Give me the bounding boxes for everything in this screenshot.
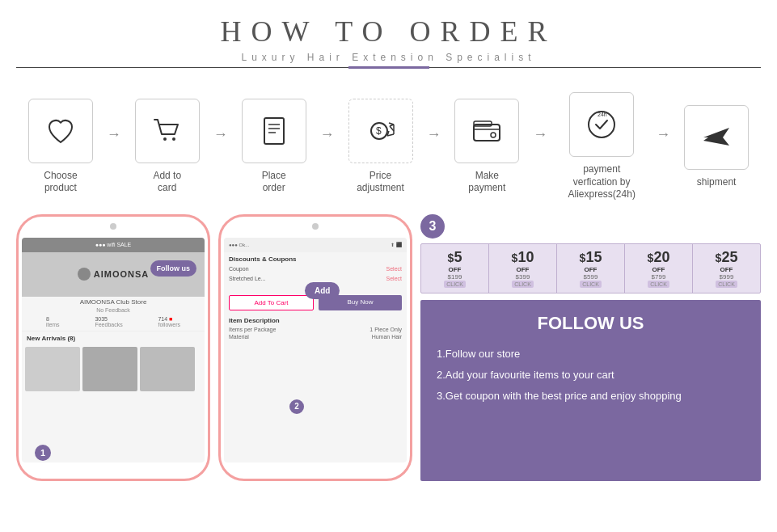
coupon-click-4[interactable]: CLICK <box>648 281 669 288</box>
coupon-click-5[interactable]: CLICK <box>716 281 737 288</box>
shipment-icon-box <box>684 105 749 170</box>
coupon-off-4: OFF <box>652 266 665 273</box>
coupon-price-4: $799 <box>652 273 666 281</box>
phone2-notch <box>312 223 319 230</box>
coupon-amount-3: $15 <box>580 249 602 266</box>
phone1-arrivals: New Arrivals (8) <box>22 331 205 345</box>
phone2-section-title: Discounts & Coupons <box>224 252 407 264</box>
phone1-banner: AIMOONSA Follow us <box>22 252 205 297</box>
page-title: HOW TO ORDER <box>0 15 777 49</box>
svg-point-0 <box>163 137 167 141</box>
payment-verification-icon-box: 24h <box>569 92 634 157</box>
coupon-item-3: $15 OFF $599 CLICK <box>557 244 625 293</box>
arrow-2: → <box>213 126 228 143</box>
svg-rect-14 <box>474 125 500 141</box>
phone1-items: 8items <box>46 316 60 327</box>
price-icon: $ <box>363 113 399 149</box>
phone1-store-name: AIMOONSA Club Store <box>22 297 205 307</box>
coupon-item-4: $20 OFF $799 CLICK <box>625 244 693 293</box>
coupon-click-1[interactable]: CLICK <box>444 281 466 288</box>
coupon-strip: $5 OFF $199 CLICK $10 OFF $399 CLICK $15… <box>420 243 761 293</box>
follow-title: FOLLOW US <box>437 313 745 334</box>
make-payment-icon-box <box>454 99 519 163</box>
phone1-header: ●●● wifi SALE <box>22 238 205 252</box>
phone1-grid <box>22 345 205 393</box>
phone2-desc-val-1: 1 Piece Only <box>369 327 402 332</box>
phone2-add-to-cart-btn[interactable]: Add To Cart <box>229 295 314 310</box>
coupon-item-1: $5 OFF $199 CLICK <box>421 244 489 293</box>
coupon-item-2: $10 OFF $399 CLICK <box>489 244 557 293</box>
phone2-screen: ●●● Ok... ⬆ ⬛ Discounts & Coupons Coupon… <box>224 238 407 462</box>
bottom-section: ●●● wifi SALE AIMOONSA Follow us AIMOONS… <box>0 214 777 481</box>
phone2-select: Select <box>386 266 402 272</box>
coupon-price-3: $599 <box>584 273 598 281</box>
step-shipment-label: shipment <box>697 176 737 189</box>
step-add-to-card-label: Add tocard <box>153 170 181 195</box>
phone2-coupon-label: Coupon <box>229 266 249 272</box>
phone2-desc-key-1: Items per Package <box>229 327 276 332</box>
phone2-coupon-row: Coupon Select <box>224 264 407 273</box>
coupon-price-1: $199 <box>448 273 462 281</box>
phone1-status: ●●● wifi SALE <box>95 242 132 247</box>
step-add-to-card: Add tocard <box>123 99 212 195</box>
svg-text:$: $ <box>376 125 382 137</box>
step-shipment: shipment <box>672 105 761 189</box>
follow-bubble[interactable]: Follow us <box>150 260 197 277</box>
step-place-order-label: Placeorder <box>262 170 286 195</box>
coupon-off-5: OFF <box>720 266 733 273</box>
phone1-stats: 8items 3035Feedbacks 714 ■followers <box>22 313 205 331</box>
step-choose-product-label: Chooseproduct <box>44 170 77 195</box>
wallet-icon <box>469 113 505 149</box>
arrow-3: → <box>320 126 335 143</box>
phone2-header: ●●● Ok... ⬆ ⬛ <box>224 238 407 252</box>
coupon-amount-5: $25 <box>716 249 738 266</box>
heart-icon <box>43 113 78 149</box>
coupon-amount-4: $20 <box>648 249 670 266</box>
phone2-desc-title: Item Description <box>224 315 407 326</box>
price-adjustment-icon-box: $ <box>348 99 413 163</box>
step-choose-product: Chooseproduct <box>16 99 105 195</box>
phone-mockup-2: ●●● Ok... ⬆ ⬛ Discounts & Coupons Coupon… <box>218 214 412 481</box>
step-make-payment-label: Makepayment <box>468 170 505 195</box>
svg-point-15 <box>491 133 496 137</box>
svg-text:24h: 24h <box>598 112 607 117</box>
follow-item-3: 3.Get coupon with the best price and enj… <box>437 386 745 407</box>
cart-icon <box>150 113 185 149</box>
phone1-step-badge: 1 <box>35 445 51 461</box>
follow-list: 1.Follow our store 2.Add your favourite … <box>437 344 745 407</box>
coupon-price-5: $999 <box>720 273 734 281</box>
step-payment-verification: 24h paymentverfication byAliexpress(24h) <box>549 92 654 201</box>
verify-icon: 24h <box>584 107 619 142</box>
arrow-5: → <box>533 126 547 143</box>
add-to-card-icon-box <box>135 99 200 163</box>
step-price-adjustment: $ Priceadjustment <box>336 99 425 195</box>
phone2-icons: ⬆ ⬛ <box>391 242 402 247</box>
phone2-select2: Select <box>386 276 402 281</box>
add-bubble[interactable]: Add <box>305 282 340 299</box>
step-place-order: Placeorder <box>230 99 319 195</box>
choose-product-icon-box <box>28 99 93 163</box>
right-panel: 3 $5 OFF $199 CLICK $10 OFF $399 CLICK $… <box>420 214 761 481</box>
coupon-amount-2: $10 <box>512 249 534 266</box>
step-payment-verification-label: paymentverfication byAliexpress(24h) <box>568 163 636 201</box>
step-make-payment: Makepayment <box>442 99 531 195</box>
coupon-off-2: OFF <box>517 266 530 273</box>
phone2-desc-key-2: Material <box>229 334 249 340</box>
place-order-icon-box <box>242 99 306 163</box>
phone1-screen: ●●● wifi SALE AIMOONSA Follow us AIMOONS… <box>22 238 205 462</box>
arrow-6: → <box>656 126 670 143</box>
phone1-followers: 714 ■followers <box>158 316 180 327</box>
phone2-stretch-label: Stretched Le... <box>229 276 266 281</box>
header-divider <box>0 66 777 70</box>
coupon-click-3[interactable]: CLICK <box>580 281 602 288</box>
steps-row: Chooseproduct → Add tocard → Placeorder … <box>0 74 777 209</box>
coupon-click-2[interactable]: CLICK <box>512 281 534 288</box>
arrow-1: → <box>107 126 121 143</box>
plane-icon <box>699 120 734 155</box>
phone1-notch <box>110 223 116 230</box>
coupon-price-2: $399 <box>516 273 530 281</box>
phone1-grid-item <box>25 347 80 391</box>
coupon-off-3: OFF <box>585 266 598 273</box>
phone2-status: ●●● Ok... <box>229 243 249 247</box>
coupon-amount-1: $5 <box>448 249 462 266</box>
